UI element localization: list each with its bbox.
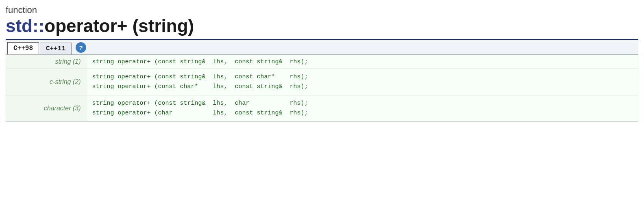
row-code-character: string operator+ (const string& lhs, cha…	[87, 95, 638, 122]
table-row: character (3) string operator+ (const st…	[6, 95, 638, 122]
row-code-cstring: string operator+ (const string& lhs, con…	[87, 69, 638, 95]
tab-cpp11[interactable]: C++11	[40, 43, 72, 54]
kind-label: function	[6, 5, 638, 15]
page-container: function std::operator+ (string) C++98 C…	[0, 0, 644, 122]
row-label-string: string (1)	[6, 55, 87, 69]
function-table: string (1) string operator+ (const strin…	[6, 55, 638, 122]
row-code-string: string operator+ (const string& lhs, con…	[87, 55, 638, 69]
help-icon[interactable]: ?	[76, 42, 86, 53]
table-row: string (1) string operator+ (const strin…	[6, 55, 638, 69]
row-label-cstring: c-string (2)	[6, 69, 87, 95]
title-namespace: std::	[6, 16, 44, 36]
title-name: operator+ (string)	[44, 16, 194, 36]
table-row: c-string (2) string operator+ (const str…	[6, 69, 638, 95]
tab-cpp98[interactable]: C++98	[7, 42, 39, 54]
tabs-container: C++98 C++11 ?	[6, 40, 638, 55]
function-title: std::operator+ (string)	[6, 16, 638, 36]
row-label-character: character (3)	[6, 95, 87, 122]
